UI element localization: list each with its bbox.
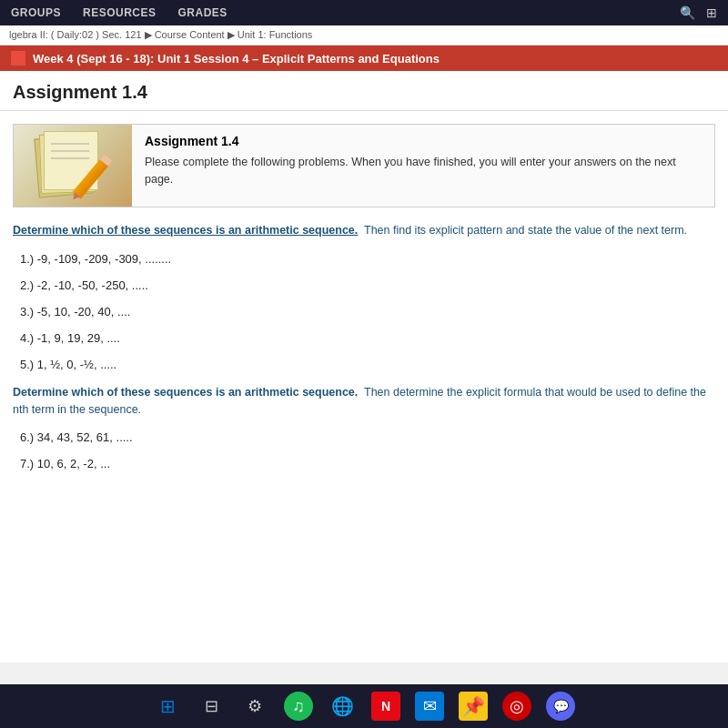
nav-right-icons: 🔍 ⊞ <box>680 5 717 20</box>
taskbar-discord-icon[interactable]: 💬 <box>546 692 575 721</box>
problem-6: 6.) 34, 43, 52, 61, ..... <box>13 430 715 444</box>
problem-2: 2.) -2, -10, -50, -250, ..... <box>13 278 715 292</box>
taskbar-sticky-icon[interactable]: 📌 <box>459 692 488 721</box>
taskbar-target-icon[interactable]: ◎ <box>502 692 531 721</box>
week-header: Week 4 (Sept 16 - 18): Unit 1 Session 4 … <box>0 46 728 71</box>
main-content: Assignment 1.4 Please complete the follo… <box>0 111 728 662</box>
grid-icon[interactable]: ⊞ <box>706 5 717 20</box>
nav-resources[interactable]: RESOURCES <box>83 6 157 19</box>
week-header-text: Week 4 (Sept 16 - 18): Unit 1 Session 4 … <box>33 52 440 66</box>
taskbar-search-icon[interactable]: ⊟ <box>197 692 226 721</box>
section1-instruction: Determine which of these sequences is an… <box>13 222 715 239</box>
assignment-card-title: Assignment 1.4 <box>145 134 702 148</box>
section1-problems: 1.) -9, -109, -209, -309, ........ 2.) -… <box>13 252 715 371</box>
nav-groups[interactable]: GROUPS <box>11 6 61 19</box>
assignment-card: Assignment 1.4 Please complete the follo… <box>13 124 715 207</box>
page-title: Assignment 1.4 <box>13 82 715 103</box>
problem-7: 7.) 10, 6, 2, -2, ... <box>13 457 715 470</box>
problem-4: 4.) -1, 9, 19, 29, .... <box>13 331 715 345</box>
top-nav: GROUPS RESOURCES GRADES 🔍 ⊞ <box>0 0 728 25</box>
taskbar-spotify-icon[interactable]: ♫ <box>284 692 313 721</box>
taskbar-settings-icon[interactable]: ⚙ <box>240 692 269 721</box>
problem-1: 1.) -9, -109, -209, -309, ........ <box>13 252 715 266</box>
taskbar-edge-icon[interactable]: 🌐 <box>328 692 357 721</box>
search-icon[interactable]: 🔍 <box>680 5 695 20</box>
breadcrumb: lgebra II: ( Daily:02 ) Sec. 121 ▶ Cours… <box>0 25 728 46</box>
section2-problems: 6.) 34, 43, 52, 61, ..... 7.) 10, 6, 2, … <box>13 430 715 470</box>
nav-grades[interactable]: GRADES <box>178 6 228 19</box>
taskbar: ⊞ ⊟ ⚙ ♫ 🌐 N ✉ 📌 ◎ 💬 <box>0 684 728 728</box>
page-title-bar: Assignment 1.4 <box>0 71 728 111</box>
problem-5: 5.) 1, ½, 0, -½, ..... <box>13 358 715 371</box>
assignment-card-desc: Please complete the following problems. … <box>145 154 702 188</box>
taskbar-mail-icon[interactable]: ✉ <box>415 692 444 721</box>
problem-3: 3.) -5, 10, -20, 40, .... <box>13 305 715 318</box>
taskbar-windows-icon[interactable]: ⊞ <box>153 692 182 721</box>
assignment-image <box>14 125 132 207</box>
section2-instruction: Determine which of these sequences is an… <box>13 384 715 419</box>
week-color-block <box>11 51 25 66</box>
assignment-card-text: Assignment 1.4 Please complete the follo… <box>132 125 714 207</box>
taskbar-netflix-icon[interactable]: N <box>371 692 400 721</box>
